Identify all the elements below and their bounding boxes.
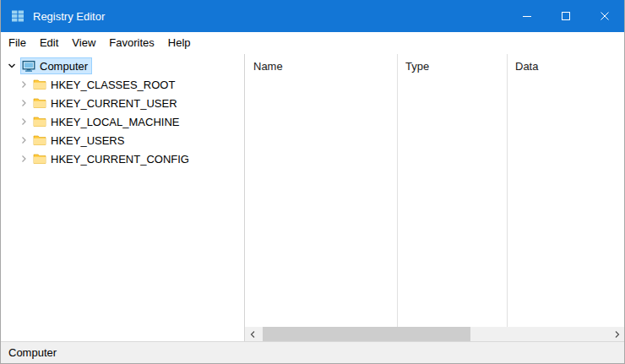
menu-favorites[interactable]: Favorites bbox=[102, 32, 160, 54]
caption-buttons bbox=[508, 0, 624, 32]
tree-item-hkey-current-user[interactable]: HKEY_CURRENT_USER bbox=[1, 94, 244, 112]
horizontal-scrollbar[interactable] bbox=[245, 327, 624, 341]
chevron-down-icon[interactable] bbox=[5, 59, 19, 73]
computer-icon bbox=[22, 59, 35, 73]
tree-item-label: Computer bbox=[40, 60, 88, 73]
chevron-right-icon[interactable] bbox=[17, 96, 30, 110]
tree-item-label: HKEY_CLASSES_ROOT bbox=[51, 79, 175, 91]
maximize-button[interactable] bbox=[546, 0, 585, 32]
menu-file[interactable]: File bbox=[2, 32, 33, 54]
list-panel: Name Type Data bbox=[245, 54, 624, 341]
tree-item-label: HKEY_CURRENT_USER bbox=[51, 97, 177, 110]
scrollbar-track[interactable] bbox=[259, 327, 610, 341]
menu-bar: File Edit View Favorites Help bbox=[1, 32, 624, 54]
folder-icon bbox=[33, 78, 46, 91]
column-divider[interactable] bbox=[397, 54, 398, 327]
tree-panel: Computer HKEY_CLASSES_ROOT bbox=[1, 54, 244, 341]
column-divider[interactable] bbox=[507, 54, 508, 327]
tree-item-hkey-local-machine[interactable]: HKEY_LOCAL_MACHINE bbox=[1, 112, 244, 131]
minimize-button[interactable] bbox=[508, 0, 546, 32]
column-header-name[interactable]: Name bbox=[245, 60, 397, 73]
close-button[interactable] bbox=[585, 0, 624, 32]
chevron-right-icon[interactable] bbox=[17, 133, 30, 147]
tree-item-computer[interactable]: Computer bbox=[1, 57, 244, 75]
chevron-right-icon[interactable] bbox=[17, 78, 30, 91]
scroll-right-arrow[interactable] bbox=[610, 327, 624, 341]
tree-item-hkey-current-config[interactable]: HKEY_CURRENT_CONFIG bbox=[1, 149, 244, 168]
scrollbar-thumb[interactable] bbox=[263, 327, 470, 341]
tree-selection-highlight: Computer bbox=[20, 57, 92, 74]
folder-icon bbox=[33, 133, 46, 147]
column-header-type[interactable]: Type bbox=[397, 60, 507, 73]
column-header-data[interactable]: Data bbox=[507, 60, 624, 73]
tree-item-label: HKEY_USERS bbox=[51, 134, 124, 147]
menu-help[interactable]: Help bbox=[161, 32, 198, 54]
close-icon bbox=[601, 12, 609, 20]
tree-item-hkey-users[interactable]: HKEY_USERS bbox=[1, 131, 244, 149]
status-text: Computer bbox=[8, 346, 57, 359]
folder-icon bbox=[33, 115, 46, 128]
chevron-right-icon[interactable] bbox=[17, 152, 30, 166]
registry-editor-icon bbox=[10, 8, 25, 24]
tree-item-label: HKEY_LOCAL_MACHINE bbox=[51, 116, 179, 128]
menu-view[interactable]: View bbox=[65, 32, 102, 54]
main-area: Computer HKEY_CLASSES_ROOT bbox=[1, 54, 624, 341]
scroll-left-arrow[interactable] bbox=[245, 327, 259, 341]
list-body bbox=[245, 78, 624, 327]
list-header: Name Type Data bbox=[245, 54, 624, 78]
tree-item-label: HKEY_CURRENT_CONFIG bbox=[51, 153, 189, 166]
maximize-icon bbox=[562, 12, 570, 20]
window-title: Registry Editor bbox=[33, 10, 105, 23]
tree-item-hkey-classes-root[interactable]: HKEY_CLASSES_ROOT bbox=[1, 75, 244, 94]
minimize-icon bbox=[523, 12, 531, 20]
registry-editor-window: Registry Editor File Edit View Favorites… bbox=[0, 0, 625, 364]
chevron-right-icon[interactable] bbox=[17, 115, 30, 128]
title-bar: Registry Editor bbox=[1, 0, 624, 32]
folder-icon bbox=[33, 152, 46, 166]
folder-icon bbox=[33, 96, 46, 110]
menu-edit[interactable]: Edit bbox=[33, 32, 65, 54]
status-bar: Computer bbox=[1, 341, 624, 363]
